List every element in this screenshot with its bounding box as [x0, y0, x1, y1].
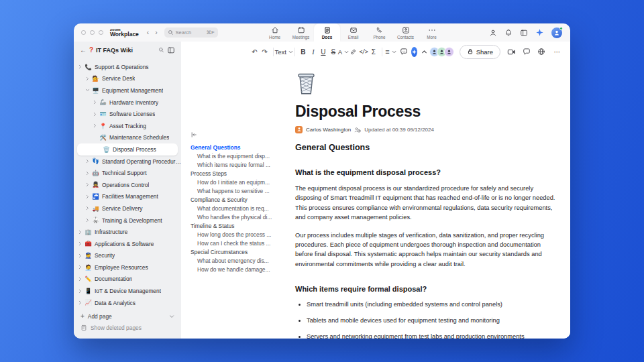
tab-contacts[interactable]: Contacts: [392, 23, 419, 42]
sidebar-item-applications-software[interactable]: 🧰Applications & Software: [74, 238, 181, 250]
toc-item-how-long-does-the-process[interactable]: How long does the process ...: [191, 231, 291, 239]
sidebar-item-security[interactable]: 👮Security: [74, 250, 181, 262]
collapse-toolbar-button[interactable]: [419, 46, 429, 58]
undo-button[interactable]: ↶: [250, 46, 260, 58]
toc-item-how-can-i-check-the-status[interactable]: How can I check the status ...: [191, 239, 291, 248]
chevron-right-icon[interactable]: [84, 194, 91, 199]
user-avatar[interactable]: [551, 27, 562, 38]
collapse-outline-icon[interactable]: [191, 131, 197, 138]
sidebar-item-data-analytics[interactable]: 📈Data & Analytics: [74, 297, 181, 308]
close-window-button[interactable]: [81, 30, 86, 35]
sidebar-item-documentation[interactable]: ✏️Documentation: [74, 274, 181, 286]
sidebar-item-asset-tracking[interactable]: 📍Asset Tracking: [74, 120, 181, 132]
chevron-right-icon[interactable]: [84, 159, 91, 164]
list-align-dropdown[interactable]: ≡: [386, 46, 396, 58]
doc-h3[interactable]: Which items require formal disposal?: [295, 285, 559, 293]
italic-button[interactable]: I: [308, 46, 318, 58]
minimize-window-button[interactable]: [90, 30, 95, 35]
sidebar-item-maintenance-schedules[interactable]: 🛠️Maintenance Schedules: [74, 132, 181, 144]
tab-phone[interactable]: Phone: [366, 23, 392, 42]
tab-meetings[interactable]: Meetings: [288, 23, 314, 42]
sidebar-item-service-delivery[interactable]: 🚚Service Delivery: [74, 202, 181, 215]
add-page-button[interactable]: + Add page: [74, 310, 181, 322]
ai-companion-button[interactable]: [411, 47, 417, 57]
tab-home[interactable]: Home: [262, 23, 288, 42]
toc-item-which-items-require-formal[interactable]: Which items require formal ...: [191, 161, 291, 170]
sidebar-item-iot-device-management[interactable]: 📱IoT & Device Management: [74, 285, 181, 297]
chevron-down-icon[interactable]: [84, 88, 91, 93]
strikethrough-button[interactable]: S: [328, 46, 338, 58]
notifications-bell-icon[interactable]: [504, 29, 513, 37]
doc-title[interactable]: Disposal Process: [295, 103, 559, 121]
doc-bullet-item[interactable]: Servers and networking equipment from te…: [307, 333, 559, 339]
sidebar-item-software-licenses[interactable]: 🪪Software Licenses: [74, 108, 181, 120]
chevron-right-icon[interactable]: [91, 100, 99, 105]
profile-icon[interactable]: [489, 29, 497, 37]
chevron-right-icon[interactable]: [84, 171, 91, 176]
sidebar-item-disposal-process[interactable]: 🗑️Disposal Process: [77, 143, 178, 156]
chevron-right-icon[interactable]: [84, 218, 91, 223]
chevron-right-icon[interactable]: [76, 241, 84, 246]
text-style-dropdown[interactable]: Text: [277, 46, 291, 58]
chevron-right-icon[interactable]: [76, 300, 84, 305]
toc-item-general-questions[interactable]: General Questions: [191, 143, 291, 152]
underline-button[interactable]: U: [318, 46, 328, 58]
collaborator-avatar[interactable]: [444, 47, 454, 57]
code-block-button[interactable]: </>: [358, 46, 368, 58]
chevron-right-icon[interactable]: [76, 289, 84, 294]
chevron-right-icon[interactable]: [76, 253, 84, 258]
toc-item-timeline-status[interactable]: Timeline & Status: [191, 222, 291, 231]
sidebar-item-infrastructure[interactable]: 🏢Infrastructure: [74, 226, 181, 238]
sidebar-item-operations-control[interactable]: 💂Operations Control: [74, 179, 181, 191]
toc-item-what-is-the-equipment-disp[interactable]: What is the equipment disp...: [191, 152, 291, 161]
tab-more[interactable]: More: [419, 23, 445, 42]
text-color-dropdown[interactable]: A: [338, 46, 348, 58]
doc-p[interactable]: Our process includes multiple stages of …: [295, 231, 559, 269]
global-search-input[interactable]: Search ⌘F: [164, 27, 218, 38]
history-forward-button[interactable]: ›: [155, 29, 157, 36]
share-button[interactable]: Share: [460, 45, 500, 59]
insert-link-button[interactable]: [348, 46, 358, 58]
sidebar-back-icon[interactable]: ←: [80, 46, 87, 54]
chevron-right-icon[interactable]: [91, 123, 99, 128]
doc-bullet-item[interactable]: Tablets and mobile devices used for equi…: [307, 316, 559, 325]
bold-button[interactable]: B: [298, 46, 308, 58]
history-back-button[interactable]: ‹: [147, 29, 149, 36]
doc-p[interactable]: The equipment disposal process is our st…: [295, 184, 559, 223]
toc-item-compliance-security[interactable]: Compliance & Security: [191, 196, 291, 204]
toc-item-what-documentation-is-req[interactable]: What documentation is req...: [191, 204, 291, 213]
more-options-button[interactable]: ⋯: [552, 46, 562, 58]
wiki-panel-icon[interactable]: [167, 46, 175, 54]
tab-email[interactable]: Email: [340, 23, 366, 42]
doc-bullet-item[interactable]: Smart treadmill units (including embedde…: [307, 300, 559, 309]
equation-button[interactable]: Σ: [368, 46, 378, 58]
toc-item-special-circumstances[interactable]: Special Circumstances: [191, 248, 291, 257]
sidebar-item-support-operations[interactable]: 📞Support & Operations: [74, 61, 181, 73]
wiki-search-icon[interactable]: [158, 47, 164, 53]
side-panel-toggle-icon[interactable]: [520, 29, 528, 37]
chevron-right-icon[interactable]: [76, 230, 84, 235]
chevron-right-icon[interactable]: [76, 64, 84, 69]
maximize-window-button[interactable]: [99, 30, 103, 35]
doc-h3[interactable]: What is the equipment disposal process?: [295, 168, 559, 176]
ai-companion-sparkle-icon[interactable]: [535, 28, 544, 37]
tab-docs[interactable]: Docs: [314, 23, 340, 42]
toc-item-what-happens-to-sensitive[interactable]: What happens to sensitive ...: [191, 187, 291, 196]
sidebar-item-technical-support[interactable]: 🤖Technical Support: [74, 167, 181, 179]
toc-item-what-about-emergency-dis[interactable]: What about emergency dis...: [191, 257, 291, 265]
chevron-right-icon[interactable]: [84, 206, 91, 210]
toc-item-how-do-i-initiate-an-equipm[interactable]: How do I initiate an equipm...: [191, 178, 291, 187]
sidebar-item-hardware-inventory[interactable]: 🦾Hardware Inventory: [74, 97, 181, 109]
sidebar-item-facilities-management[interactable]: 🚰Facilities Management: [74, 191, 181, 203]
sidebar-item-service-desk[interactable]: 💁Service Desk: [74, 73, 181, 85]
chat-icon[interactable]: [523, 48, 531, 56]
redo-button[interactable]: ↷: [260, 46, 270, 58]
sidebar-item-standard-operating-procedures[interactable]: 👣Standard Operating Procedures: [74, 156, 181, 168]
toc-item-process-steps[interactable]: Process Steps: [191, 170, 291, 178]
chevron-right-icon[interactable]: [84, 182, 91, 187]
chevron-right-icon[interactable]: [76, 277, 84, 282]
video-call-icon[interactable]: [507, 48, 516, 56]
toc-item-who-handles-the-physical-di[interactable]: Who handles the physical di...: [191, 213, 291, 222]
chevron-right-icon[interactable]: [76, 265, 84, 269]
chevron-right-icon[interactable]: [84, 76, 91, 81]
